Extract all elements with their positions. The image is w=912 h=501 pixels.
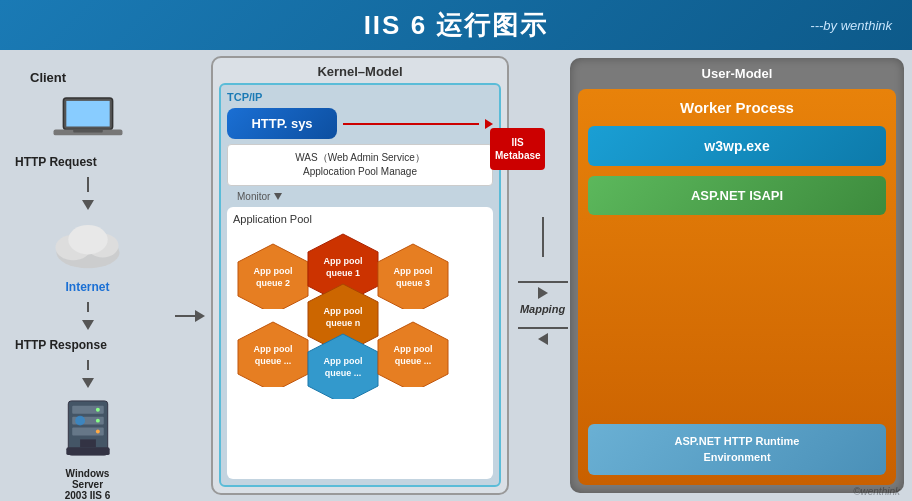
laptop-icon: [53, 93, 123, 142]
svg-point-7: [68, 225, 107, 255]
svg-marker-30: [238, 322, 308, 387]
svg-rect-15: [80, 439, 96, 447]
windows-server-icon: [58, 396, 118, 460]
hex-queue-3: App pool queue 3: [373, 239, 453, 309]
svg-text:App pool: App pool: [324, 306, 363, 316]
svg-text:queue ...: queue ...: [325, 368, 362, 378]
internet-label: Internet: [65, 280, 109, 294]
svg-text:queue 2: queue 2: [256, 278, 290, 288]
was-box: WAS（Web Admin Service） Applocation Pool …: [227, 144, 493, 186]
mapping-label: Mapping: [520, 303, 565, 315]
svg-rect-3: [73, 129, 103, 132]
svg-text:queue 1: queue 1: [326, 268, 360, 278]
http-sys-button: HTTP. sys: [227, 108, 337, 139]
windows-server-label: Windows Server 2003 IIS 6: [65, 468, 111, 501]
svg-text:App pool: App pool: [394, 266, 433, 276]
mapping-area: Mapping: [515, 60, 570, 501]
worker-process-label: Worker Process: [588, 99, 886, 116]
user-model-label: User-Model: [578, 66, 896, 81]
svg-text:App pool: App pool: [254, 266, 293, 276]
user-model-panel: User-Model Worker Process w3wp.exe ASP.N…: [570, 50, 912, 501]
http-response-label: HTTP Response: [15, 338, 107, 352]
svg-marker-33: [308, 334, 378, 399]
svg-point-12: [95, 408, 99, 412]
svg-text:App pool: App pool: [324, 356, 363, 366]
client-panel: Client HTTP Request Internet: [0, 50, 175, 501]
header: IIS 6 运行图示 ---by wenthink: [0, 0, 912, 50]
app-pool-box: Application Pool App pool queue 2: [227, 207, 493, 479]
tcpip-label: TCP/IP: [227, 91, 493, 103]
svg-rect-16: [66, 447, 109, 455]
svg-text:queue ...: queue ...: [395, 356, 432, 366]
aspnet-runtime-box: ASP.NET HTTP Runtime Environment: [588, 424, 886, 475]
watermark-label: ©wenthink: [853, 486, 900, 497]
svg-text:App pool: App pool: [254, 344, 293, 354]
kernel-model-label: Kernel–Model: [219, 64, 501, 79]
client-label: Client: [30, 70, 66, 85]
svg-point-17: [75, 416, 85, 426]
svg-point-13: [95, 419, 99, 423]
svg-text:App pool: App pool: [324, 256, 363, 266]
author-label: ---by wenthink: [810, 18, 892, 33]
svg-marker-18: [238, 244, 308, 309]
http-request-label: HTTP Request: [15, 155, 97, 169]
page-title: IIS 6 运行图示: [364, 8, 549, 43]
hex-queue-2: App pool queue 2: [233, 239, 313, 309]
hex-queue-dot2: App pool queue ...: [303, 329, 383, 399]
kernel-model-panel: Kernel–Model TCP/IP HTTP. sys WAS（Web Ad…: [205, 50, 515, 501]
request-arrow: [175, 50, 205, 501]
svg-rect-1: [66, 101, 109, 127]
aspnet-isapi-box: ASP.NET ISAPI: [588, 176, 886, 215]
hex-queue-dot1: App pool queue ...: [233, 317, 313, 387]
hexagon-grid: App pool queue 2 App pool queue 1: [233, 229, 487, 389]
svg-text:App pool: App pool: [394, 344, 433, 354]
w3wp-box: w3wp.exe: [588, 126, 886, 166]
app-pool-label: Application Pool: [233, 213, 487, 225]
monitor-label: Monitor: [237, 191, 270, 202]
svg-text:queue n: queue n: [326, 318, 361, 328]
svg-point-14: [95, 429, 99, 433]
iis-metabase-box: IIS Metabase: [490, 128, 545, 170]
svg-marker-24: [378, 244, 448, 309]
svg-text:queue 3: queue 3: [396, 278, 430, 288]
internet-cloud-icon: [48, 218, 128, 272]
svg-text:queue ...: queue ...: [255, 356, 292, 366]
hex-queue-dot3: App pool queue ...: [373, 317, 453, 387]
svg-marker-36: [378, 322, 448, 387]
